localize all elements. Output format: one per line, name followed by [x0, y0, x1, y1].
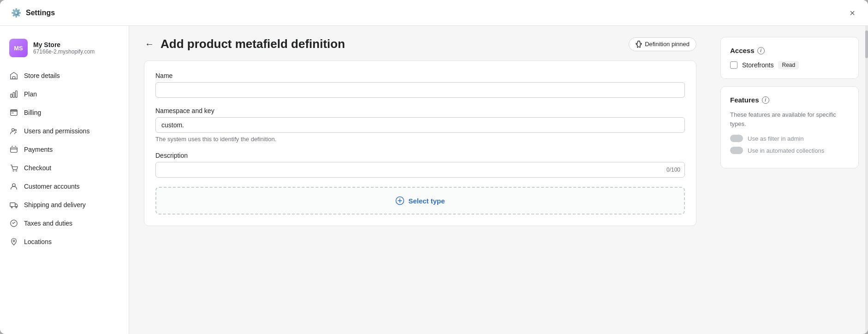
char-count: 0/100	[666, 167, 680, 173]
svg-rect-9	[10, 203, 15, 207]
svg-point-4	[12, 129, 14, 131]
store-details: My Store 67166e-2.myshopify.com	[33, 41, 95, 55]
modal-header: ⚙️ Settings ×	[0, 0, 868, 26]
svg-rect-0	[12, 77, 15, 79]
svg-rect-3	[16, 91, 18, 97]
filter-admin-toggle	[730, 135, 743, 142]
automated-collections-label: Use in automated collections	[748, 147, 824, 154]
sidebar-item-locations[interactable]: Locations	[0, 233, 129, 251]
description-field-group: Description 0/100	[155, 152, 685, 178]
namespace-field-group: Namespace and key The system uses this t…	[155, 107, 685, 143]
sidebar-item-checkout[interactable]: Checkout	[0, 159, 129, 177]
namespace-hint: The system uses this to identify the def…	[155, 136, 685, 143]
payments-icon	[9, 145, 18, 154]
svg-point-5	[15, 129, 17, 131]
svg-point-7	[16, 170, 17, 172]
sidebar-label-payments: Payments	[24, 146, 53, 153]
namespace-input[interactable]	[155, 117, 685, 133]
select-type-button[interactable]: Select type	[155, 187, 685, 215]
plus-circle-icon	[395, 196, 404, 205]
plan-icon	[9, 89, 18, 99]
sidebar-item-customer-accounts[interactable]: Customer accounts	[0, 177, 129, 196]
modal-body: MS My Store 67166e-2.myshopify.com Store…	[0, 26, 868, 334]
modal-title: Settings	[26, 9, 55, 17]
modal-close-button[interactable]: ×	[848, 6, 857, 19]
users-icon	[9, 126, 18, 136]
access-info-icon[interactable]: i	[757, 47, 765, 54]
sidebar-item-users-permissions[interactable]: Users and permissions	[0, 122, 129, 140]
sidebar-label-billing: Billing	[24, 109, 41, 116]
automated-collections-toggle	[730, 147, 743, 154]
scrollbar-thumb[interactable]	[865, 30, 868, 58]
right-panel: Access i Storefronts Read Features i	[711, 26, 868, 334]
sidebar-label-taxes: Taxes and duties	[24, 220, 72, 227]
svg-point-10	[11, 207, 12, 208]
page-title-area: ← Add product metafield definition	[144, 37, 345, 51]
store-url: 67166e-2.myshopify.com	[33, 48, 95, 55]
sidebar-item-taxes[interactable]: Taxes and duties	[0, 214, 129, 233]
sidebar-item-store-details[interactable]: Store details	[0, 66, 129, 85]
access-title-text: Access	[730, 47, 755, 54]
feature-automated-collections: Use in automated collections	[730, 147, 849, 154]
gear-icon: ⚙️	[11, 8, 21, 18]
name-input[interactable]	[155, 82, 685, 98]
svg-rect-1	[11, 94, 12, 97]
features-info-icon[interactable]: i	[762, 96, 769, 104]
store-name: My Store	[33, 41, 95, 48]
header-left: ⚙️ Settings	[11, 8, 55, 18]
storefronts-label: Storefronts	[742, 61, 773, 69]
sidebar-label-users: Users and permissions	[24, 127, 89, 135]
settings-modal: ⚙️ Settings × MS My Store 67166e-2.mysho…	[0, 0, 868, 334]
main-content: ← Add product metafield definition Defin…	[129, 26, 711, 334]
sidebar-label-store-details: Store details	[24, 72, 60, 79]
locations-icon	[9, 237, 18, 246]
scrollbar[interactable]	[865, 26, 868, 334]
namespace-label: Namespace and key	[155, 107, 685, 114]
features-title-text: Features	[730, 96, 759, 104]
pin-definition-button[interactable]: Definition pinned	[629, 37, 696, 51]
description-input[interactable]	[155, 162, 685, 178]
customer-accounts-icon	[9, 182, 18, 191]
sidebar-label-plan: Plan	[24, 90, 37, 98]
access-storefronts-row: Storefronts Read	[730, 61, 849, 69]
taxes-icon	[9, 219, 18, 228]
checkout-icon	[9, 163, 18, 173]
sidebar-item-shipping[interactable]: Shipping and delivery	[0, 196, 129, 214]
page-title: Add product metafield definition	[161, 37, 345, 51]
store-info: MS My Store 67166e-2.myshopify.com	[0, 33, 129, 63]
name-label: Name	[155, 72, 685, 79]
sidebar-item-billing[interactable]: Billing	[0, 103, 129, 122]
name-field-group: Name	[155, 72, 685, 98]
sidebar-label-customer-accounts: Customer accounts	[24, 183, 80, 190]
read-badge: Read	[778, 61, 799, 69]
feature-filter-admin: Use as filter in admin	[730, 135, 849, 142]
sidebar-label-checkout: Checkout	[24, 164, 51, 172]
access-panel-title: Access i	[730, 47, 849, 54]
pin-badge-label: Definition pinned	[645, 41, 690, 48]
svg-point-11	[16, 207, 17, 208]
shipping-icon	[9, 200, 18, 209]
page-header: ← Add product metafield definition Defin…	[144, 37, 696, 51]
svg-point-6	[13, 170, 14, 172]
form-card: Name Namespace and key The system uses t…	[144, 60, 696, 226]
description-label: Description	[155, 152, 685, 159]
storefronts-checkbox[interactable]	[730, 61, 737, 69]
back-button[interactable]: ←	[144, 38, 155, 50]
features-panel-title: Features i	[730, 96, 849, 104]
svg-rect-2	[13, 92, 15, 97]
select-type-label: Select type	[408, 197, 445, 205]
sidebar-label-shipping: Shipping and delivery	[24, 201, 86, 209]
svg-point-12	[13, 240, 15, 242]
sidebar-item-plan[interactable]: Plan	[0, 85, 129, 103]
filter-admin-label: Use as filter in admin	[748, 135, 803, 142]
sidebar-label-locations: Locations	[24, 238, 52, 245]
features-panel: Features i These features are available …	[720, 86, 859, 168]
access-panel: Access i Storefronts Read	[720, 37, 859, 79]
pin-icon	[636, 41, 642, 48]
store-details-icon	[9, 71, 18, 80]
features-description: These features are available for specifi…	[730, 110, 849, 128]
billing-icon	[9, 108, 18, 117]
store-avatar: MS	[9, 39, 28, 57]
sidebar: MS My Store 67166e-2.myshopify.com Store…	[0, 26, 129, 334]
sidebar-item-payments[interactable]: Payments	[0, 140, 129, 159]
